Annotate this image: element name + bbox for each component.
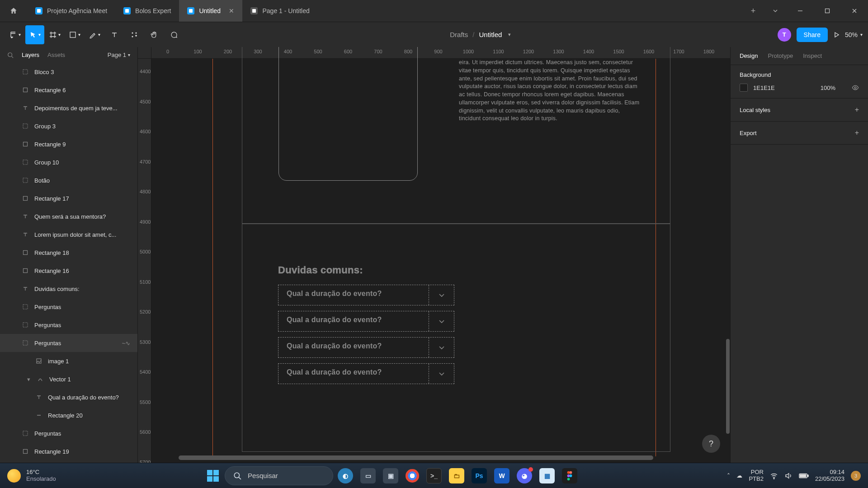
- layer-row[interactable]: image 1: [0, 352, 137, 370]
- tab-inspect[interactable]: Inspect: [803, 52, 822, 59]
- shape-tool[interactable]: ▾: [65, 25, 84, 44]
- layer-row[interactable]: Perguntas: [0, 316, 137, 334]
- taskbar-app-photoshop[interactable]: Ps: [472, 468, 487, 483]
- layer-row[interactable]: Rectangle 6: [0, 81, 137, 99]
- faq-title[interactable]: Duvidas comuns:: [278, 264, 363, 276]
- tab-layers[interactable]: Layers: [22, 52, 39, 58]
- layer-row[interactable]: Depoimentos de quem ja teve...: [0, 99, 137, 117]
- home-button[interactable]: [0, 0, 27, 22]
- maximize-button[interactable]: [814, 0, 841, 22]
- export-section[interactable]: Export +: [731, 122, 868, 145]
- tab-overflow-button[interactable]: [764, 0, 787, 22]
- language-indicator[interactable]: POR PTB2: [749, 469, 764, 482]
- taskbar-app-chrome[interactable]: [406, 469, 419, 483]
- layer-row[interactable]: Rectangle 20: [0, 406, 137, 424]
- canvas-scrollbar-vertical[interactable]: [726, 339, 730, 434]
- new-tab-button[interactable]: +: [742, 0, 764, 22]
- pen-tool[interactable]: ▾: [85, 25, 104, 44]
- document-title[interactable]: Drafts / Untitled ▾: [184, 31, 778, 38]
- document-tab[interactable]: Projeto Agência Meet: [27, 0, 115, 22]
- layer-row[interactable]: Quem será a sua mentora?: [0, 207, 137, 225]
- layer-row[interactable]: Rectangle 18: [0, 244, 137, 262]
- minimize-button[interactable]: [787, 0, 814, 22]
- frame-tool[interactable]: ▾: [45, 25, 64, 44]
- main-menu-button[interactable]: ▾: [5, 25, 24, 44]
- taskbar-app-taskview[interactable]: ▭: [360, 468, 376, 483]
- tab-design[interactable]: Design: [740, 52, 758, 59]
- comment-tool[interactable]: [165, 25, 184, 44]
- faq-item[interactable]: Qual a duração do evento?: [278, 337, 454, 358]
- taskbar-app-terminal[interactable]: >_: [426, 468, 442, 483]
- plus-icon[interactable]: +: [855, 106, 859, 114]
- tab-assets[interactable]: Assets: [47, 52, 65, 58]
- layer-row[interactable]: Perguntas~∿: [0, 334, 137, 352]
- canvas-scrollbar-horizontal[interactable]: [179, 455, 653, 460]
- document-tab[interactable]: Page 1 - Untitled: [242, 0, 317, 22]
- lorem-text[interactable]: eira. Ut imperdiet dictum ultrices. Maec…: [459, 59, 640, 123]
- background-color-row[interactable]: 1E1E1E 100%: [740, 84, 859, 92]
- layer-row[interactable]: Rectangle 17: [0, 189, 137, 207]
- layer-row[interactable]: Perguntas: [0, 424, 137, 442]
- document-tab[interactable]: Untitled✕: [179, 0, 242, 22]
- rectangle-placeholder[interactable]: [278, 47, 418, 181]
- weather-widget[interactable]: 16°C Ensolarado: [7, 469, 56, 483]
- clock[interactable]: 09:14 22/05/2023: [815, 469, 844, 482]
- faq-item[interactable]: Qual a duração do evento?: [278, 285, 454, 305]
- chevron-down-icon[interactable]: [429, 311, 454, 331]
- volume-icon[interactable]: [784, 472, 793, 480]
- layer-row[interactable]: Botão: [0, 171, 137, 189]
- visibility-toggle-icon[interactable]: [852, 84, 859, 91]
- layer-row[interactable]: Qual a duração do evento?: [0, 388, 137, 406]
- tray-overflow-icon[interactable]: ˄: [727, 472, 730, 479]
- user-avatar[interactable]: T: [778, 28, 791, 42]
- local-styles-section[interactable]: Local styles +: [731, 99, 868, 122]
- document-tab[interactable]: Bolos Expert: [115, 0, 179, 22]
- taskbar-app-figma[interactable]: [562, 468, 577, 483]
- present-button[interactable]: [833, 32, 840, 38]
- tab-prototype[interactable]: Prototype: [768, 52, 793, 59]
- resources-tool[interactable]: [125, 25, 144, 44]
- breadcrumb-filename[interactable]: Untitled: [479, 31, 502, 38]
- color-swatch[interactable]: [740, 84, 748, 92]
- plus-icon[interactable]: +: [855, 129, 859, 137]
- taskbar-app-calculator[interactable]: ▦: [539, 468, 555, 483]
- chevron-down-icon[interactable]: [429, 338, 454, 357]
- share-button[interactable]: Share: [797, 28, 828, 42]
- close-window-button[interactable]: [841, 0, 868, 22]
- color-hex[interactable]: 1E1E1E: [753, 84, 775, 91]
- canvas-viewport[interactable]: 0100200300400500600700800900100011001200…: [138, 47, 730, 463]
- wifi-icon[interactable]: [770, 472, 778, 480]
- expand-chevron-icon[interactable]: ▾: [27, 376, 30, 383]
- canvas[interactable]: eira. Ut imperdiet dictum ultrices. Maec…: [151, 59, 730, 463]
- taskbar-app-copilot[interactable]: ◐: [338, 468, 353, 483]
- layer-row[interactable]: Lorem ipsum dolor sit amet, c...: [0, 225, 137, 244]
- faq-item[interactable]: Qual a duração do evento?: [278, 311, 454, 332]
- taskbar-search[interactable]: Pesquisar: [225, 466, 333, 485]
- chevron-down-icon[interactable]: [429, 364, 454, 384]
- layer-row[interactable]: Rectangle 16: [0, 262, 137, 280]
- chevron-down-icon[interactable]: [429, 285, 454, 305]
- layer-row[interactable]: Bloco 3: [0, 63, 137, 81]
- layer-row[interactable]: Duvidas comuns:: [0, 280, 137, 298]
- breadcrumb-folder[interactable]: Drafts: [450, 31, 468, 38]
- layer-row[interactable]: Rectangle 9: [0, 135, 137, 153]
- layer-list[interactable]: Bloco 3Rectangle 6Depoimentos de quem ja…: [0, 63, 137, 463]
- chevron-down-icon[interactable]: ▾: [508, 32, 511, 38]
- taskbar-app-discord[interactable]: ◕: [517, 468, 532, 483]
- help-button[interactable]: ?: [702, 435, 720, 453]
- layer-row[interactable]: Group 10: [0, 153, 137, 171]
- text-tool[interactable]: [105, 25, 124, 44]
- taskbar-app-camera[interactable]: ▣: [383, 468, 398, 483]
- hand-tool[interactable]: [145, 25, 164, 44]
- taskbar-app-word[interactable]: W: [494, 468, 509, 483]
- battery-icon[interactable]: [799, 473, 809, 479]
- color-opacity[interactable]: 100%: [821, 84, 835, 91]
- taskbar-app-explorer[interactable]: 🗀: [449, 468, 464, 483]
- layer-row[interactable]: Group 3: [0, 117, 137, 135]
- page-selector[interactable]: Page 1 ▾: [108, 52, 130, 58]
- layer-row[interactable]: Perguntas: [0, 298, 137, 316]
- layer-row[interactable]: ▾Vector 1: [0, 370, 137, 388]
- layer-row[interactable]: Rectangle 19: [0, 442, 137, 460]
- onedrive-icon[interactable]: ☁: [736, 472, 742, 479]
- faq-item[interactable]: Qual a duração do evento?: [278, 363, 454, 384]
